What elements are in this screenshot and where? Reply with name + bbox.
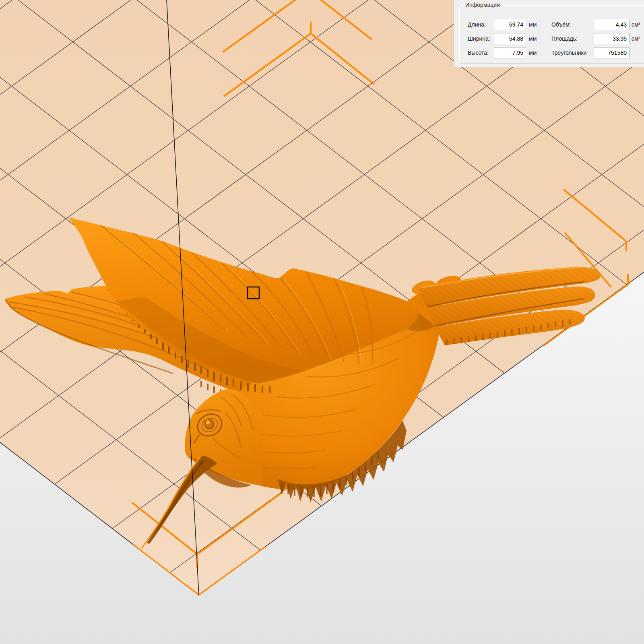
triangles-input[interactable] <box>594 47 630 58</box>
area-input[interactable] <box>594 33 630 44</box>
volume-unit: см³ <box>632 19 640 30</box>
width-input[interactable] <box>494 33 526 44</box>
width-unit: мм <box>529 33 537 44</box>
volume-input[interactable] <box>594 19 630 30</box>
volume-label: Объём: <box>551 19 571 30</box>
area-label: Площадь: <box>551 33 578 44</box>
area-unit: см² <box>632 33 640 44</box>
info-groupbox-title: Информация <box>463 2 502 8</box>
height-label: Высота: <box>468 47 489 58</box>
info-groupbox: Информация Длина: мм Объём: см³ Ширина: … <box>459 5 644 64</box>
info-panel: Информация Длина: мм Объём: см³ Ширина: … <box>454 0 644 67</box>
application-window: Информация Длина: мм Объём: см³ Ширина: … <box>0 0 644 644</box>
length-unit: мм <box>529 19 537 30</box>
3d-viewport[interactable] <box>0 0 644 644</box>
height-input[interactable] <box>494 47 526 58</box>
triangles-label: Треугольники <box>551 47 586 58</box>
length-label: Длина: <box>468 19 486 30</box>
height-unit: мм <box>529 47 537 58</box>
width-label: Ширина: <box>468 33 490 44</box>
length-input[interactable] <box>494 19 526 30</box>
